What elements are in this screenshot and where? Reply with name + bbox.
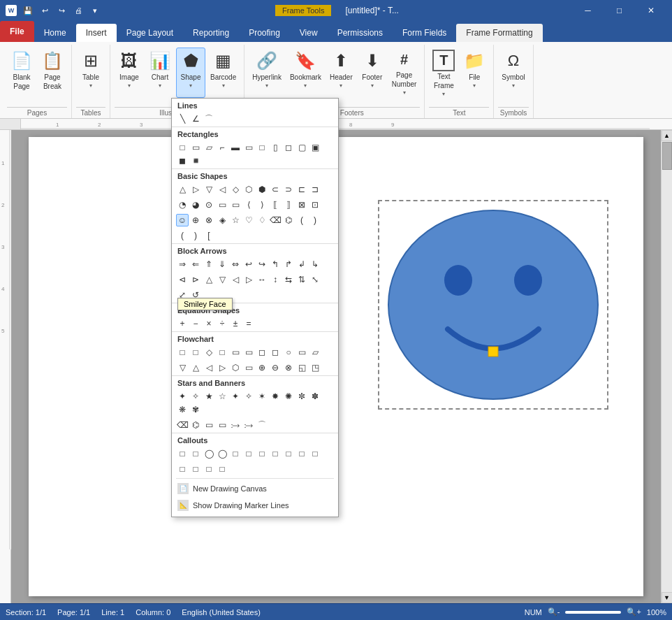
shape-arrow-1[interactable]: ⇒: [176, 258, 189, 271]
shape-star-9[interactable]: ✺: [282, 390, 295, 403]
tab-form-fields[interactable]: Form Fields: [393, 24, 456, 42]
shape-callout-11[interactable]: □: [309, 447, 321, 460]
file-button[interactable]: 📁 File ▾: [460, 48, 489, 98]
shape-callout-4[interactable]: ◯: [216, 447, 228, 460]
shape-basic-3[interactable]: ▽: [203, 183, 215, 196]
tab-view[interactable]: View: [290, 24, 328, 42]
shape-basic-28[interactable]: ♡: [242, 214, 255, 226]
shape-basic-16[interactable]: ▭: [229, 199, 242, 211]
chart-button[interactable]: 📊 Chart ▾: [145, 48, 175, 98]
scroll-down-button[interactable]: ▼: [662, 592, 673, 603]
shape-rect-8[interactable]: ▯: [269, 141, 282, 154]
shape-flow-7[interactable]: ◻: [256, 346, 268, 359]
page-break-button[interactable]: 📋 Page Break: [38, 48, 67, 98]
symbol-button[interactable]: Ω Symbol ▾: [498, 48, 528, 98]
shape-flow-16[interactable]: ⬡: [229, 361, 242, 374]
scrollbar-thumb[interactable]: [662, 142, 672, 170]
minimize-button[interactable]: ─: [572, 0, 604, 21]
new-drawing-canvas-action[interactable]: 📄 New Drawing Canvas: [172, 480, 338, 497]
shape-arrow-20[interactable]: ⇆: [282, 273, 295, 286]
tab-permissions[interactable]: Permissions: [328, 24, 393, 42]
shape-rect-3[interactable]: ▱: [203, 141, 215, 154]
shape-basic-8[interactable]: ⊂: [269, 183, 282, 196]
shape-basic-30[interactable]: ⌫: [269, 214, 282, 226]
shape-eq-minus[interactable]: −: [189, 317, 202, 330]
shape-flow-6[interactable]: ▭: [242, 346, 255, 359]
shape-basic-9[interactable]: ⊃: [282, 183, 295, 196]
shape-arrow-7[interactable]: ↪: [256, 258, 268, 271]
tab-proofing[interactable]: Proofing: [239, 24, 290, 42]
shape-rect-10[interactable]: ▢: [295, 141, 308, 154]
shape-flow-10[interactable]: ▭: [295, 346, 308, 359]
shape-basic-7[interactable]: ⬢: [256, 183, 268, 196]
shape-callout-12[interactable]: □: [176, 463, 189, 475]
shape-eq-plus[interactable]: +: [176, 317, 189, 330]
shape-basic-10[interactable]: ⊏: [295, 183, 308, 196]
shape-arrow-13[interactable]: ⊳: [189, 273, 202, 286]
shape-basic-1[interactable]: △: [176, 183, 189, 196]
shape-flow-1[interactable]: □: [176, 346, 189, 359]
shape-flow-8[interactable]: ◻: [269, 346, 282, 359]
shape-banner-2[interactable]: ⌬: [189, 419, 202, 431]
shape-arrow-11[interactable]: ↳: [309, 258, 321, 271]
shape-arrow-18[interactable]: ↔: [256, 273, 268, 286]
shape-flow-12[interactable]: ▽: [176, 361, 189, 374]
shape-eq-div[interactable]: ÷: [216, 317, 228, 330]
shape-basic-17[interactable]: ⟨: [242, 199, 255, 211]
tab-insert[interactable]: Insert: [76, 24, 117, 42]
shape-basic-2[interactable]: ▷: [189, 183, 202, 196]
shape-flow-4[interactable]: □: [216, 346, 228, 359]
shape-basic-20[interactable]: ⟧: [282, 199, 295, 211]
shape-arrow-14[interactable]: △: [203, 273, 215, 286]
shape-flow-2[interactable]: □: [189, 346, 202, 359]
shape-arrow-19[interactable]: ↕: [269, 273, 282, 286]
shape-basic-18[interactable]: ⟩: [256, 199, 268, 211]
maximize-button[interactable]: □: [604, 0, 635, 21]
shape-star-7[interactable]: ✶: [256, 390, 268, 403]
shape-arrow-5[interactable]: ⇔: [229, 258, 242, 271]
shape-star-4[interactable]: ☆: [216, 390, 228, 403]
dropdown-icon[interactable]: ▾: [88, 3, 102, 17]
shape-rect-11[interactable]: ▣: [309, 141, 321, 154]
shape-banner-6[interactable]: ⧴: [242, 419, 255, 431]
zoom-in-button[interactable]: 🔍+: [627, 607, 641, 617]
image-button[interactable]: 🖼 Image ▾: [115, 48, 144, 98]
shape-flow-13[interactable]: △: [189, 361, 202, 374]
shape-rect-7[interactable]: □: [256, 141, 268, 154]
shape-rect-2[interactable]: ▭: [189, 141, 202, 154]
save-icon[interactable]: 💾: [21, 3, 35, 17]
shape-banner-1[interactable]: ⌫: [176, 419, 189, 431]
shape-banner-4[interactable]: ▭: [216, 419, 228, 431]
shape-callout-2[interactable]: □: [189, 447, 202, 460]
shape-star-1[interactable]: ✦: [176, 390, 189, 403]
tab-page-layout[interactable]: Page Layout: [117, 24, 183, 42]
bookmark-button[interactable]: 🔖 Bookmark ▾: [286, 48, 325, 98]
shape-line-1[interactable]: ╲: [176, 113, 189, 125]
shape-star-11[interactable]: ✽: [309, 390, 321, 403]
shape-basic-26[interactable]: ◈: [216, 214, 228, 226]
shape-rect-4[interactable]: ⌐: [216, 141, 228, 154]
shape-banner-7[interactable]: ⌒: [256, 419, 268, 431]
shape-callout-10[interactable]: □: [295, 447, 308, 460]
shape-arrow-17[interactable]: ▷: [242, 273, 255, 286]
shape-arrow-10[interactable]: ↲: [295, 258, 308, 271]
shape-arrow-21[interactable]: ⇅: [295, 273, 308, 286]
shape-flow-20[interactable]: ⊗: [282, 361, 295, 374]
shape-basic-32[interactable]: (: [295, 214, 308, 226]
close-button[interactable]: ✕: [635, 0, 666, 21]
shape-rect-5[interactable]: ▬: [229, 141, 242, 154]
zoom-slider[interactable]: [565, 611, 621, 614]
shape-basic-12[interactable]: ◔: [176, 199, 189, 211]
shape-basic-31[interactable]: ⌬: [282, 214, 295, 226]
shape-callout-1[interactable]: □: [176, 447, 189, 460]
shape-flow-9[interactable]: ○: [282, 346, 295, 359]
shape-basic-4[interactable]: ◁: [216, 183, 228, 196]
shape-arrow-12[interactable]: ⊲: [176, 273, 189, 286]
shape-banner-3[interactable]: ▭: [203, 419, 215, 431]
shape-flow-15[interactable]: ▷: [216, 361, 228, 374]
shape-basic-22[interactable]: ⊡: [309, 199, 321, 211]
shape-basic-25[interactable]: ⊗: [203, 214, 215, 226]
undo-icon[interactable]: ↩: [38, 3, 52, 17]
shape-smiley-face[interactable]: ☺: [176, 214, 189, 226]
print-icon[interactable]: 🖨: [71, 3, 85, 17]
